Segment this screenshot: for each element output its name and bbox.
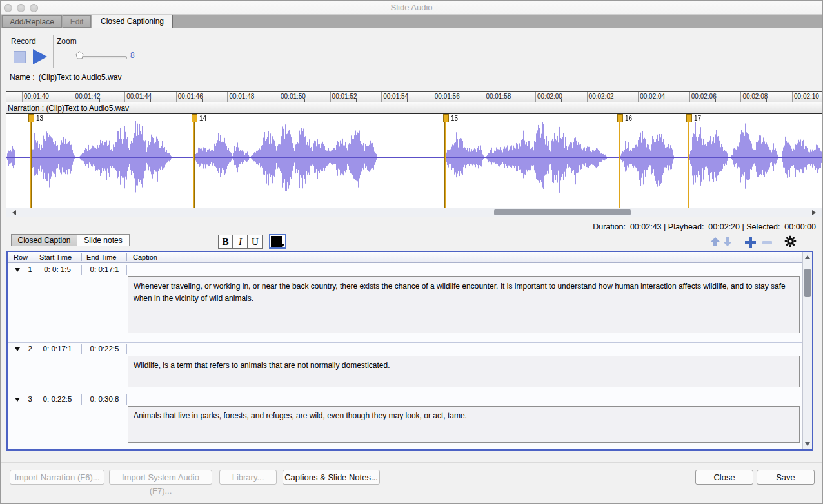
ruler-major-tick	[535, 92, 536, 102]
ruler-time-label: 00:01:56	[435, 93, 460, 100]
caption-textbox[interactable]: Animals that live in parks, forests, and…	[128, 406, 800, 443]
marker-pole	[193, 114, 195, 208]
ruler-minor-tick	[99, 99, 100, 102]
marker-flag-icon[interactable]	[617, 114, 623, 122]
row-start-time: 0: 0:22:5	[34, 395, 81, 403]
marker-flag-icon[interactable]	[443, 114, 449, 122]
vscrollbar-thumb[interactable]	[804, 269, 811, 297]
clip-name-line: Name :(Clip)Text to Audio5.wav	[10, 73, 121, 82]
ruler-major-tick	[22, 92, 23, 102]
audio-marker[interactable]: 13	[30, 114, 35, 208]
table-row: 20: 0:17:10: 0:22:5Wildlife, is a term t…	[8, 342, 802, 393]
ruler-time-label: 00:01:58	[486, 93, 511, 100]
marker-pole	[30, 114, 32, 208]
text-color-swatch[interactable]	[269, 234, 286, 249]
narration-line: Narration : (Clip)Text to Audio5.wav	[8, 104, 129, 113]
audio-marker[interactable]: 15	[444, 114, 450, 208]
ruler-time-label: 00:01:54	[383, 93, 408, 100]
toolbar-divider	[53, 35, 54, 68]
table-header: Row Start Time End Time Caption	[8, 252, 802, 263]
window-title: Slide Audio	[1, 3, 822, 12]
waveform-area[interactable]: 1314151617	[6, 114, 823, 208]
marker-pole	[619, 114, 620, 208]
tab-add-replace[interactable]: Add/Replace	[2, 15, 62, 28]
audio-marker[interactable]: 16	[619, 114, 624, 208]
library-button: Library...	[219, 470, 277, 485]
audio-marker[interactable]: 14	[193, 114, 199, 208]
zoom-slider-thumb[interactable]	[75, 50, 84, 62]
close-button[interactable]: Close	[695, 470, 753, 485]
move-down-icon[interactable]	[722, 237, 733, 249]
ruler-major-tick	[792, 92, 793, 102]
ruler-minor-tick	[459, 99, 459, 102]
ruler-major-tick	[74, 92, 74, 102]
scroll-up-icon[interactable]	[805, 255, 810, 259]
ruler-major-tick	[587, 92, 588, 102]
hscrollbar-thumb[interactable]	[494, 209, 631, 215]
ruler-minor-tick	[304, 99, 305, 102]
footer-separator	[1, 462, 823, 463]
ruler-time-label: 00:01:42	[75, 93, 101, 100]
tab-strip: Add/Replace Edit Closed Captioning	[1, 15, 822, 28]
audio-stats: Duration: 00:02:43 | Playhead: 00:02:20 …	[593, 222, 816, 231]
ruler-time-label: 00:02:06	[691, 93, 717, 100]
marker-flag-icon[interactable]	[28, 114, 34, 122]
row-number: 1	[21, 266, 32, 273]
row-end-time: 0: 0:17:1	[81, 266, 128, 273]
ruler-minor-tick	[407, 99, 408, 102]
add-icon[interactable]	[744, 237, 757, 251]
bold-button[interactable]: B	[218, 235, 233, 249]
caption-textbox[interactable]: Whenever traveling, or working in, or ne…	[128, 276, 800, 333]
selected-value: 00:00:00	[784, 222, 816, 231]
ruler-time-label: 00:01:52	[332, 93, 357, 100]
scroll-down-icon[interactable]	[805, 442, 810, 446]
title-bar: Slide Audio	[1, 1, 822, 15]
stop-button[interactable]	[14, 51, 26, 63]
gear-icon[interactable]	[784, 235, 797, 250]
tab-closed-caption[interactable]: Closed Caption	[11, 234, 77, 246]
zoom-slider-track[interactable]	[79, 56, 127, 59]
remove-icon[interactable]	[762, 237, 772, 244]
narration-bar: Narration : (Clip)Text to Audio5.wav	[6, 102, 823, 114]
header-caption: Caption	[133, 253, 157, 261]
collapse-triangle-icon[interactable]	[15, 347, 20, 351]
row-header: 20: 0:17:10: 0:22:5	[8, 343, 802, 356]
scroll-right-icon[interactable]	[812, 210, 816, 215]
audio-marker[interactable]: 17	[688, 114, 693, 208]
tab-slide-notes[interactable]: Slide notes	[77, 234, 130, 246]
header-end-time: End Time	[86, 253, 116, 261]
row-end-time: 0: 0:30:8	[81, 395, 128, 403]
collapse-triangle-icon[interactable]	[15, 268, 20, 272]
scroll-left-icon[interactable]	[12, 210, 16, 215]
captions-slide-notes-button[interactable]: Captions & Slide Notes...	[283, 470, 380, 485]
tab-closed-captioning[interactable]: Closed Captioning	[92, 15, 173, 28]
waveform-canvas[interactable]	[6, 114, 823, 208]
ruler-time-label: 00:01:50	[281, 93, 306, 100]
tab-edit[interactable]: Edit	[63, 15, 91, 28]
marker-flag-icon[interactable]	[686, 114, 692, 122]
move-up-icon[interactable]	[710, 237, 720, 249]
row-start-time: 0: 0:17:1	[34, 345, 81, 353]
table-row: 10: 0: 1:50: 0:17:1Whenever traveling, o…	[8, 264, 802, 342]
underline-button[interactable]: U	[248, 235, 263, 249]
waveform-hscrollbar[interactable]	[6, 208, 823, 217]
ruler-major-tick	[638, 92, 639, 102]
row-header: 30: 0:22:50: 0:30:8	[8, 393, 802, 406]
record-label: Record	[11, 37, 36, 46]
ruler-major-tick	[279, 92, 279, 102]
ruler-minor-tick	[356, 99, 357, 102]
ruler-minor-tick	[510, 99, 510, 102]
play-button[interactable]	[33, 49, 47, 64]
table-vscrollbar[interactable]	[802, 252, 812, 449]
caption-textbox[interactable]: Wildlife, is a term that refers to anima…	[128, 356, 800, 387]
italic-button[interactable]: I	[233, 235, 248, 249]
zoom-value[interactable]: 8	[130, 51, 135, 61]
header-row: Row	[14, 253, 28, 261]
toolbar-divider	[154, 35, 154, 68]
save-button[interactable]: Save	[757, 470, 815, 485]
ruler-time-label: 00:02:00	[537, 93, 562, 100]
ruler-minor-tick	[48, 99, 48, 102]
ruler-minor-tick	[613, 99, 613, 102]
collapse-triangle-icon[interactable]	[15, 398, 20, 402]
marker-flag-icon[interactable]	[192, 114, 197, 122]
